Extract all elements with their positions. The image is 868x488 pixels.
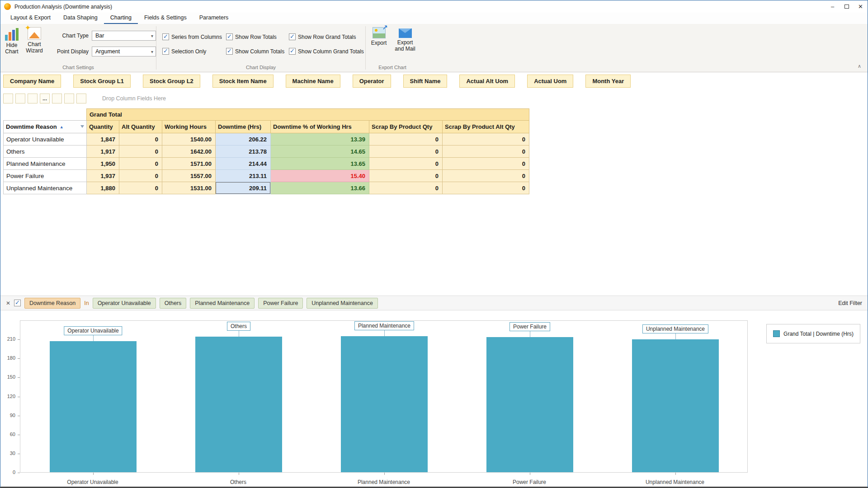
cell[interactable]: 1540.00 [162, 133, 216, 145]
tab-charting[interactable]: Charting [104, 13, 138, 24]
checkbox-show-row-grand-totals[interactable]: Show Row Grand Totals [289, 33, 369, 40]
mini-field-box[interactable] [28, 94, 38, 103]
tab-parameters[interactable]: Parameters [193, 13, 235, 24]
field-chip-actual-alt-uom[interactable]: Actual Alt Uom [459, 75, 515, 88]
filter-enabled-checkbox[interactable] [14, 300, 21, 306]
checkbox-icon[interactable] [162, 48, 169, 55]
grand-total-header[interactable]: Grand Total [87, 109, 529, 121]
row-label[interactable]: Power Failure [4, 170, 87, 182]
row-label[interactable]: Operator Unavailable [4, 133, 87, 145]
cell[interactable]: 1571.00 [162, 158, 216, 170]
cell[interactable]: 0 [369, 182, 443, 194]
checkbox-show-column-grand-totals[interactable]: Show Column Grand Totals [289, 48, 369, 55]
point-display-select[interactable]: Argument ▾ [92, 47, 156, 56]
column-header-scrap-alt-qty[interactable]: Scrap By Product Alt Qty [443, 121, 529, 133]
mini-field-box[interactable] [15, 94, 25, 103]
cell[interactable]: 0 [369, 158, 443, 170]
mini-field-box[interactable] [3, 94, 13, 103]
mini-field-box[interactable] [64, 94, 74, 103]
cell[interactable]: 0 [119, 182, 162, 194]
checkbox-icon[interactable] [289, 33, 296, 40]
close-button[interactable]: ✕ [854, 0, 868, 13]
cell-downtime-pct[interactable]: 15.40 [271, 170, 369, 182]
filter-funnel-icon[interactable] [80, 125, 84, 128]
maximize-button[interactable] [840, 0, 854, 13]
filter-value-chip[interactable]: Planned Maintenance [190, 298, 255, 309]
filter-value-chip[interactable]: Others [160, 298, 187, 309]
cell-downtime-pct[interactable]: 14.65 [271, 145, 369, 158]
cell[interactable]: 1531.00 [162, 182, 216, 194]
cell[interactable]: 0 [443, 170, 529, 182]
cell[interactable]: 1,917 [87, 145, 119, 158]
checkbox-show-column-totals[interactable]: Show Column Totals [226, 48, 289, 55]
field-chip-stock-group-l1[interactable]: Stock Group L1 [73, 75, 131, 88]
tab-data-shaping[interactable]: Data Shaping [57, 13, 104, 24]
cell-downtime-focused[interactable]: 209.11 [216, 182, 271, 194]
cell[interactable]: 1,937 [87, 170, 119, 182]
cell[interactable]: 0 [369, 170, 443, 182]
checkbox-show-row-totals[interactable]: Show Row Totals [226, 33, 289, 40]
minimize-button[interactable]: – [826, 0, 840, 13]
checkbox-series-from-columns[interactable]: Series from Columns [162, 33, 226, 40]
cell[interactable]: 0 [443, 145, 529, 158]
cell-downtime[interactable]: 213.11 [216, 170, 271, 182]
tab-fields-settings[interactable]: Fields & Settings [138, 13, 193, 24]
field-chip-stock-item-name[interactable]: Stock Item Name [212, 75, 274, 88]
bar-power-failure[interactable] [486, 337, 573, 472]
cell[interactable]: 1,950 [87, 158, 119, 170]
collapse-ribbon-icon[interactable]: ∧ [858, 63, 861, 69]
field-chip-machine-name[interactable]: Machine Name [286, 75, 340, 88]
checkbox-icon[interactable] [226, 33, 233, 40]
field-chip-month-year[interactable]: Month Year [585, 75, 631, 88]
cell-downtime[interactable]: 214.44 [216, 158, 271, 170]
checkbox-icon[interactable] [162, 33, 169, 40]
cell[interactable]: 0 [443, 158, 529, 170]
hide-chart-button[interactable]: Hide Chart [0, 24, 23, 64]
edit-filter-link[interactable]: Edit Filter [838, 300, 862, 306]
bar-planned-maintenance[interactable] [341, 336, 428, 472]
cell-downtime[interactable]: 206.22 [216, 133, 271, 145]
chart-type-select[interactable]: Bar ▾ [92, 31, 156, 41]
cell[interactable]: 1642.00 [162, 145, 216, 158]
column-header-downtime[interactable]: Downtime (Hrs) [216, 121, 271, 133]
field-chip-actual-uom[interactable]: Actual Uom [527, 75, 573, 88]
bar-operator-unavailable[interactable] [50, 341, 137, 472]
filter-operator[interactable]: In [84, 300, 89, 306]
filter-field-chip[interactable]: Downtime Reason [24, 298, 80, 309]
checkbox-icon[interactable] [289, 48, 296, 55]
cell[interactable]: 0 [443, 182, 529, 194]
column-header-quantity[interactable]: Quantity [87, 121, 119, 133]
cell-downtime-pct[interactable]: 13.66 [271, 182, 369, 194]
cell[interactable]: 0 [119, 170, 162, 182]
bar-others[interactable] [195, 337, 282, 472]
field-chip-operator[interactable]: Operator [353, 75, 391, 88]
column-header-downtime-pct[interactable]: Downtime % of Working Hrs [271, 121, 369, 133]
export-button[interactable]: Export [366, 24, 392, 64]
row-label[interactable]: Planned Maintenance [4, 158, 87, 170]
column-header-working-hours[interactable]: Working Hours [162, 121, 216, 133]
checkbox-selection-only[interactable]: Selection Only [162, 48, 226, 55]
row-field-header[interactable]: Downtime Reason▲ [4, 121, 87, 133]
cell[interactable]: 1557.00 [162, 170, 216, 182]
cell-downtime[interactable]: 213.78 [216, 145, 271, 158]
field-chip-company-name[interactable]: Company Name [3, 75, 61, 88]
filter-value-chip[interactable]: Unplanned Maintenance [307, 298, 378, 309]
cell[interactable]: 0 [119, 133, 162, 145]
mini-field-box[interactable] [76, 94, 86, 103]
filter-value-chip[interactable]: Operator Unavailable [93, 298, 156, 309]
row-label[interactable]: Unplanned Maintenance [4, 182, 87, 194]
cell-downtime-pct[interactable]: 13.65 [271, 158, 369, 170]
tab-layout-export[interactable]: Layout & Export [4, 13, 57, 24]
cell[interactable]: 1,847 [87, 133, 119, 145]
mini-field-box[interactable] [52, 94, 62, 103]
cell[interactable]: 1,880 [87, 182, 119, 194]
field-chip-shift-name[interactable]: Shift Name [403, 75, 448, 88]
field-chip-stock-group-l2[interactable]: Stock Group L2 [143, 75, 200, 88]
cell-downtime-pct[interactable]: 13.39 [271, 133, 369, 145]
checkbox-icon[interactable] [226, 48, 233, 55]
export-and-mail-button[interactable]: Export and Mail [392, 24, 418, 64]
remove-filter-icon[interactable]: ✕ [6, 300, 10, 306]
chart-wizard-button[interactable]: Chart Wizard [23, 24, 46, 64]
column-header-scrap-qty[interactable]: Scrap By Product Qty [369, 121, 443, 133]
cell[interactable]: 0 [119, 145, 162, 158]
